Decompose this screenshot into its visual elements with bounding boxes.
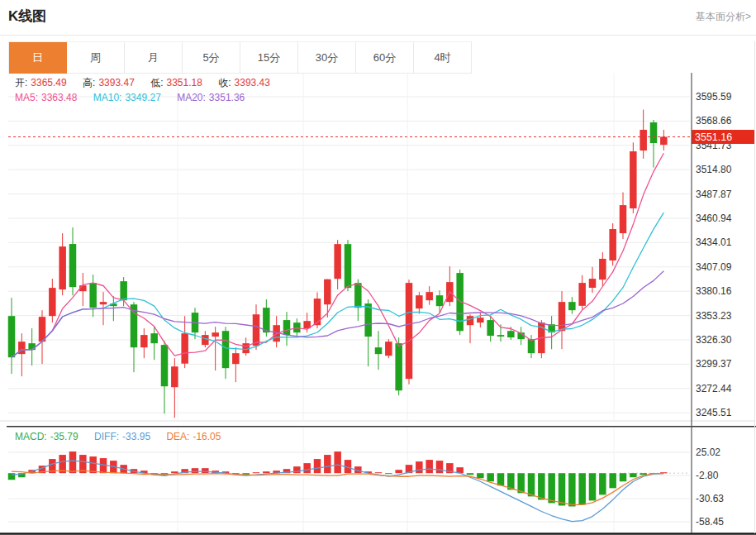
svg-text:3326.30: 3326.30 xyxy=(696,334,732,346)
tab-interval-2[interactable]: 月 xyxy=(125,42,183,74)
interval-tabbar: 日周月5分15分30分60分4时 xyxy=(8,41,472,74)
svg-text:3353.23: 3353.23 xyxy=(696,310,732,322)
tab-interval-5[interactable]: 30分 xyxy=(298,42,356,74)
svg-text:-2.80: -2.80 xyxy=(696,470,719,481)
svg-text:3487.87: 3487.87 xyxy=(696,189,732,200)
header-divider xyxy=(0,35,756,36)
tab-interval-1[interactable]: 周 xyxy=(67,42,125,74)
svg-text:3514.80: 3514.80 xyxy=(696,164,732,175)
tab-interval-3[interactable]: 5分 xyxy=(183,42,240,74)
svg-text:3434.01: 3434.01 xyxy=(696,236,732,248)
svg-text:3407.09: 3407.09 xyxy=(696,261,732,273)
svg-text:25.02: 25.02 xyxy=(696,447,720,458)
svg-text:3595.59: 3595.59 xyxy=(696,91,732,103)
svg-text:3551.16: 3551.16 xyxy=(695,131,732,143)
fundamental-analysis-link[interactable]: 基本面分析> xyxy=(696,10,751,24)
page-title: K线图 xyxy=(8,7,46,26)
svg-text:3245.51: 3245.51 xyxy=(696,407,732,418)
tab-interval-6[interactable]: 60分 xyxy=(356,42,414,74)
svg-text:3568.66: 3568.66 xyxy=(696,115,732,127)
tab-interval-0[interactable]: 日 xyxy=(9,42,67,74)
svg-text:3272.44: 3272.44 xyxy=(696,383,732,394)
tab-interval-4[interactable]: 15分 xyxy=(240,42,298,74)
svg-text:3380.16: 3380.16 xyxy=(696,285,732,297)
svg-text:3299.37: 3299.37 xyxy=(696,358,732,370)
kline-chart[interactable]: 3595.593568.663541.733514.803487.873460.… xyxy=(0,0,756,535)
svg-text:3460.94: 3460.94 xyxy=(696,213,732,224)
svg-text:-58.45: -58.45 xyxy=(696,516,724,528)
tab-interval-7[interactable]: 4时 xyxy=(414,42,472,74)
svg-text:-30.63: -30.63 xyxy=(696,493,724,504)
